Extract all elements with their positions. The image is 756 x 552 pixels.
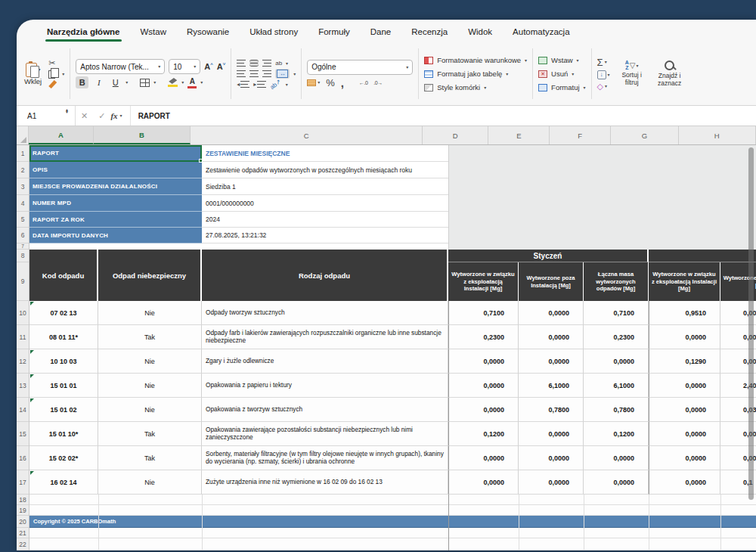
- cell-value[interactable]: 0,1200: [448, 422, 519, 446]
- table-header-cell[interactable]: Kod odpadu: [29, 250, 98, 301]
- cell-value[interactable]: 0,0000: [649, 422, 720, 446]
- cell-value[interactable]: 0,0000: [649, 470, 720, 495]
- row-header-17[interactable]: 17: [17, 470, 29, 495]
- cell-hazardous[interactable]: Nie: [98, 398, 202, 422]
- cell-code[interactable]: 10 10 03: [29, 349, 98, 374]
- cell-value[interactable]: 0,0000: [649, 398, 720, 422]
- bold-button[interactable]: B: [76, 76, 88, 88]
- row-header-10[interactable]: 10: [17, 301, 29, 325]
- cell-waste-name[interactable]: Zużyte urządzenia inne niż wymienione w …: [202, 470, 448, 495]
- percent-style-icon[interactable]: %: [326, 77, 335, 88]
- increase-decimal-icon[interactable]: ←.0: [359, 80, 367, 85]
- cell-waste-name[interactable]: Opakowania zawierające pozostałości subs…: [202, 422, 448, 446]
- cell-hazardous[interactable]: Nie: [98, 374, 202, 398]
- column-header-B[interactable]: B: [94, 126, 191, 144]
- meta-value-cell[interactable]: 27.08.2025, 13:21:32: [202, 228, 448, 243]
- underline-button[interactable]: U: [109, 76, 122, 88]
- value-header-cell[interactable]: Wytworzone w związku z eksploatacją Inst…: [649, 262, 720, 301]
- row-header-15[interactable]: 15: [17, 422, 29, 446]
- cell-value[interactable]: 0,0000: [448, 374, 519, 398]
- cell-hazardous[interactable]: Nie: [98, 470, 202, 495]
- row-header-20[interactable]: 20: [17, 516, 29, 528]
- clear-icon[interactable]: ◇▾: [597, 82, 610, 91]
- chevron-down-icon[interactable]: ▾: [286, 61, 288, 66]
- chevron-down-icon[interactable]: ▾: [125, 80, 128, 85]
- meta-label-cell[interactable]: DATA IMPORTU DANYCH: [29, 228, 202, 243]
- cell-value[interactable]: 0,2300: [584, 325, 649, 349]
- accounting-format-icon[interactable]: ▾: [307, 79, 320, 86]
- row-header-11[interactable]: 11: [17, 325, 29, 349]
- chevron-down-icon[interactable]: ▾: [293, 72, 296, 76]
- cell-value[interactable]: 0,0000: [448, 349, 519, 374]
- cell-value[interactable]: 0,0000: [448, 446, 519, 470]
- copyright-bar[interactable]: Copyright © 2025 CARBOmath: [29, 516, 756, 528]
- column-header-G[interactable]: G: [611, 126, 678, 144]
- row-header-21[interactable]: 21: [17, 528, 29, 538]
- cell-value[interactable]: 0,0000: [519, 446, 584, 470]
- row-header-16[interactable]: 16: [17, 446, 29, 470]
- cell-value[interactable]: 0,0000: [519, 470, 584, 495]
- autosum-icon[interactable]: Σ▾: [597, 57, 610, 67]
- cell-waste-name[interactable]: Odpady tworzyw sztucznych: [202, 301, 448, 325]
- cell-value[interactable]: 0,7800: [519, 398, 584, 422]
- tab-recenzja[interactable]: Recenzja: [411, 27, 448, 36]
- cell-hazardous[interactable]: Tak: [98, 422, 202, 446]
- cell-code[interactable]: 08 01 11*: [29, 325, 98, 349]
- number-format-select[interactable]: Ogólne▾: [307, 60, 413, 75]
- cell-value[interactable]: 0,2300: [448, 325, 519, 349]
- cell-value[interactable]: 0,0000: [584, 349, 649, 374]
- decrease-decimal-icon[interactable]: .0→: [373, 80, 382, 85]
- column-header-H[interactable]: H: [679, 126, 756, 144]
- formula-input[interactable]: RAPORT: [130, 106, 170, 126]
- meta-label-cell[interactable]: OPIS: [29, 162, 202, 178]
- cell-value[interactable]: 0,7800: [584, 398, 649, 422]
- cell-hazardous[interactable]: Nie: [98, 349, 202, 374]
- align-bottom-icon[interactable]: [262, 60, 271, 67]
- tab-dane[interactable]: Dane: [370, 27, 392, 36]
- chevron-down-icon[interactable]: ▾: [153, 80, 156, 85]
- row-header-22[interactable]: 22: [17, 538, 29, 550]
- cell-code[interactable]: 07 02 13: [29, 301, 98, 325]
- align-center-icon[interactable]: [249, 70, 259, 77]
- row-header-3[interactable]: 3: [17, 178, 29, 195]
- paste-button[interactable]: ▾ Wklej: [24, 63, 42, 85]
- meta-label-cell[interactable]: MIEJSCE PROWADZENIA DZIAŁALNOŚCI: [29, 178, 202, 195]
- increase-font-icon[interactable]: A^: [204, 62, 212, 71]
- cell-waste-name[interactable]: Sorbenty, materiały filtracyjne (w tym f…: [202, 446, 448, 470]
- row-header-19[interactable]: 19: [17, 505, 29, 516]
- row-header-8[interactable]: 8: [17, 250, 29, 262]
- cell-value[interactable]: 0,9510: [649, 301, 720, 325]
- tab-automatyzacja[interactable]: Automatyzacja: [513, 27, 569, 36]
- cell-code[interactable]: 16 02 14: [29, 470, 98, 495]
- tab-rysowanie[interactable]: Rysowanie: [187, 27, 229, 36]
- cell-code[interactable]: 15 01 10*: [29, 422, 98, 446]
- row-header-2[interactable]: 2: [17, 162, 29, 178]
- value-header-cell[interactable]: Wytworzone poza Instalacją [Mg]: [519, 262, 584, 301]
- column-header-A[interactable]: A: [29, 126, 94, 144]
- font-size-select[interactable]: 10▾: [169, 59, 200, 74]
- meta-value-cell[interactable]: 0001/000000000: [202, 195, 448, 212]
- row-header-1[interactable]: 1: [17, 145, 29, 162]
- meta-label-cell[interactable]: RAPORT: [29, 145, 202, 162]
- align-middle-icon[interactable]: [249, 60, 259, 67]
- column-header-D[interactable]: D: [423, 126, 488, 144]
- row-header-6[interactable]: 6: [17, 228, 29, 243]
- copy-icon[interactable]: ▾: [48, 69, 64, 79]
- font-color-icon[interactable]: A: [187, 77, 197, 88]
- select-all-corner[interactable]: [17, 126, 29, 144]
- meta-value-cell[interactable]: ZESTAWIENIE MIESIĘCZNE: [202, 145, 448, 162]
- row-header-4[interactable]: 4: [17, 195, 29, 212]
- vertical-scrollbar[interactable]: [748, 147, 754, 500]
- cell-value[interactable]: 0,0000: [519, 349, 584, 374]
- cell-value[interactable]: 0,0000: [519, 325, 584, 349]
- cell-hazardous[interactable]: Nie: [98, 301, 202, 325]
- cell-value[interactable]: 0,7100: [448, 301, 519, 325]
- chevron-down-icon[interactable]: ▾: [181, 80, 184, 85]
- cell-value[interactable]: 0,0000: [649, 374, 720, 398]
- cell-waste-name[interactable]: Opakowania z tworzyw sztucznych: [202, 398, 448, 422]
- meta-label-cell[interactable]: RAPORT ZA ROK: [29, 212, 202, 228]
- increase-indent-icon[interactable]: ▸: [253, 81, 266, 88]
- cell-waste-name[interactable]: Odpady farb i lakierów zawierających roz…: [202, 325, 448, 349]
- format-painter-icon[interactable]: [48, 80, 57, 88]
- chevron-down-icon[interactable]: ▾: [200, 80, 203, 85]
